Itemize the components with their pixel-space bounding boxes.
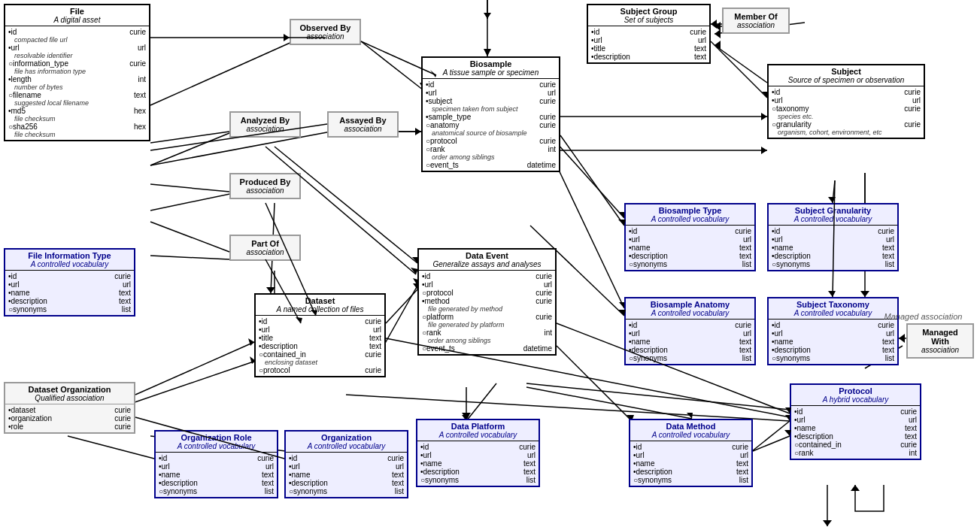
field-row: •nametext	[794, 424, 917, 432]
dataset-org-entity: Dataset Organization Qualified associati…	[4, 382, 135, 434]
biosample-header: Biosample A tissue sample or specimen	[423, 58, 559, 79]
subject-taxonomy-entity: Subject Taxonomy A controlled vocabulary…	[767, 297, 899, 365]
svg-line-0	[150, 41, 293, 105]
field-row: •urlurl	[633, 451, 748, 459]
field-note: species etc.	[772, 113, 921, 120]
file-entity: File A digital asset •idcurie compacted …	[4, 4, 150, 141]
svg-marker-28	[715, 41, 721, 50]
part-of-assoc: Part Of association	[229, 235, 301, 261]
biosample-entity: Biosample A tissue sample or specimen •i…	[421, 56, 560, 172]
dataset-header: Dataset A named collection of files	[256, 295, 384, 316]
field-note: order among siblings	[426, 153, 556, 161]
svg-marker-59	[715, 22, 721, 31]
member-of-assoc: Member Of association	[722, 8, 790, 34]
field-row: ○synonymslist	[420, 476, 536, 484]
field-row: •idcurie	[259, 317, 381, 326]
biosample-anatomy-subtitle: A controlled vocabulary	[629, 309, 751, 317]
svg-line-33	[466, 383, 496, 421]
svg-marker-50	[415, 128, 421, 135]
file-info-type-header: File Information Type A controlled vocab…	[5, 250, 134, 271]
data-method-subtitle: A controlled vocabulary	[633, 431, 748, 439]
field-row: •idcurie	[422, 272, 552, 280]
field-note: file generated by platform	[422, 321, 552, 329]
dataset-entity: Dataset A named collection of files •idc…	[254, 293, 386, 377]
data-method-fields: •idcurie •urlurl •nametext •descriptiont…	[630, 441, 751, 486]
field-row: ○information_typecurie	[8, 59, 146, 68]
field-row: ○synonymslist	[772, 354, 894, 362]
data-method-entity: Data Method A controlled vocabulary •idc…	[629, 419, 753, 487]
protocol-title: Protocol	[839, 386, 872, 395]
analyzed-by-title: Analyzed By	[235, 116, 295, 125]
field-row: •nametext	[629, 244, 751, 252]
file-title: File	[70, 7, 84, 16]
biosample-type-entity: Biosample Type A controlled vocabulary •…	[624, 203, 756, 271]
svg-marker-71	[484, 13, 491, 19]
field-row: •nametext	[772, 244, 894, 252]
field-row: ○protocolcurie	[426, 137, 556, 145]
data-event-fields: •idcurie •urlurl ○protocolcurie •methodc…	[419, 271, 555, 354]
dataset-org-header: Dataset Organization Qualified associati…	[5, 383, 134, 404]
svg-marker-66	[851, 485, 860, 491]
dataset-org-fields: •datasetcurie •organizationcurie •rolecu…	[5, 404, 134, 432]
field-row: •lengthint	[8, 75, 146, 83]
subject-group-header: Subject Group Set of subjects	[588, 5, 709, 26]
field-note: enclosing dataset	[259, 359, 381, 366]
biosample-anatomy-title: Biosample Anatomy	[651, 300, 730, 309]
field-row: •descriptiontext	[629, 252, 751, 260]
field-row: ○event_tsdatetime	[422, 344, 552, 353]
data-event-entity: Data Event Generalize assays and analyse…	[417, 248, 557, 356]
field-row: •urlurl	[420, 451, 536, 459]
field-row: •idcurie	[426, 80, 556, 89]
svg-marker-57	[828, 197, 836, 203]
field-row: •idcurie	[420, 443, 536, 451]
data-event-title: Data Event	[466, 251, 508, 260]
svg-marker-58	[828, 291, 836, 297]
biosample-subtitle: A tissue sample or specimen	[426, 68, 556, 77]
biosample-anatomy-header: Biosample Anatomy A controlled vocabular…	[626, 298, 754, 320]
field-row: •idcurie	[794, 407, 917, 416]
biosample-anatomy-entity: Biosample Anatomy A controlled vocabular…	[624, 297, 756, 365]
data-event-subtitle: Generalize assays and analyses	[422, 260, 552, 268]
dataset-org-subtitle: Qualified association	[8, 394, 131, 402]
field-row: •idcurie	[772, 88, 921, 96]
subject-granularity-entity: Subject Granularity A controlled vocabul…	[767, 203, 899, 271]
svg-line-19	[557, 143, 624, 218]
field-row: •urlurl	[422, 280, 552, 289]
produced-by-sub: association	[235, 186, 295, 195]
field-row: •urlurl	[8, 44, 146, 52]
observed-by-sub: association	[296, 32, 355, 41]
protocol-entity: Protocol A hybrid vocabulary •idcurie •u…	[790, 383, 921, 460]
diagram: File A digital asset •idcurie compacted …	[0, 0, 980, 527]
dataset-title: Dataset	[305, 296, 335, 305]
field-note: compacted file url	[8, 36, 146, 44]
svg-line-27	[715, 45, 767, 83]
field-row: ○contained_incurie	[794, 441, 917, 449]
field-row: ○anatomycurie	[426, 121, 556, 129]
subject-group-fields: •idcurie •urlurl •titletext •description…	[588, 26, 709, 62]
field-row: ○synonymslist	[772, 260, 894, 268]
field-row: ○synonymslist	[629, 354, 751, 362]
org-role-title: Organization Role	[181, 433, 251, 442]
field-row: •nametext	[289, 471, 404, 479]
field-row: •urlurl	[629, 329, 751, 338]
field-row: •urlurl	[159, 462, 274, 471]
field-row: •descriptiontext	[159, 479, 274, 487]
dataset-subtitle: A named collection of files	[259, 305, 381, 313]
field-row: •urlurl	[772, 235, 894, 244]
subject-granularity-subtitle: A controlled vocabulary	[772, 215, 894, 223]
field-note: number of bytes	[8, 83, 146, 91]
field-row: •nametext	[772, 338, 894, 346]
protocol-header: Protocol A hybrid vocabulary	[791, 385, 920, 406]
data-platform-subtitle: A controlled vocabulary	[420, 431, 536, 439]
field-row: •methodcurie	[422, 297, 552, 305]
svg-marker-64	[248, 338, 254, 346]
field-row: •md5hex	[8, 107, 146, 115]
field-row: ○synonymslist	[629, 260, 751, 268]
field-note: file checksum	[8, 131, 146, 138]
org-role-fields: •idcurie •urlurl •nametext •descriptiont…	[156, 453, 277, 497]
subject-taxonomy-subtitle: A controlled vocabulary	[772, 309, 894, 317]
analyzed-by-assoc: Analyzed By association	[229, 111, 301, 138]
svg-line-4	[150, 256, 229, 259]
svg-marker-18	[761, 147, 767, 154]
member-of-title: Member Of	[728, 12, 784, 21]
